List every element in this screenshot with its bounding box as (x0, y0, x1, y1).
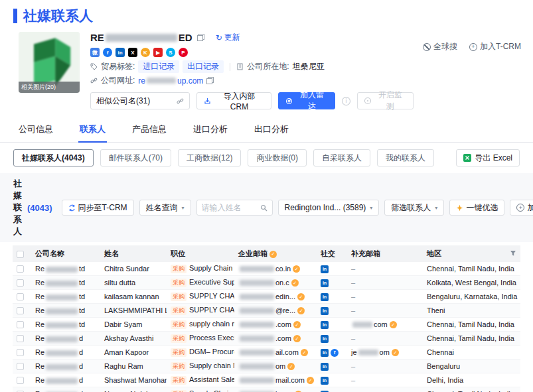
row-checkbox[interactable] (17, 307, 24, 314)
company-name-suffix: ED (179, 32, 192, 43)
pinterest-icon[interactable]: P (179, 48, 188, 57)
filter-contacts-dropdown[interactable]: 筛选联系人 ▾ (384, 200, 444, 216)
linkedin-icon[interactable]: in (321, 377, 329, 385)
contact-name-cell: Akshay Avasthi (100, 332, 167, 346)
join-tcrm-link[interactable]: + 加入T-CRM (469, 41, 521, 52)
select-all-checkbox[interactable] (17, 251, 24, 258)
sync-tcrm-label: 同步至T-CRM (78, 202, 127, 214)
linkedin-icon[interactable]: in (321, 363, 329, 371)
tab-products[interactable]: 产品信息 (131, 117, 168, 142)
company-cell: Retd (31, 304, 100, 318)
subtab-email-contacts[interactable]: 邮件联系人(70) (100, 149, 171, 166)
facebook-icon[interactable]: f (103, 48, 112, 57)
row-checkbox[interactable] (17, 349, 24, 356)
redacted-text (240, 350, 274, 356)
info-icon[interactable]: i (342, 97, 350, 105)
skype-icon[interactable]: S (166, 48, 175, 57)
subtab-self-collected[interactable]: 自采联系人 (313, 149, 370, 166)
weibo-icon[interactable]: 微 (90, 48, 100, 57)
subtab-commercial-data[interactable]: 商业数据(0) (248, 149, 307, 166)
linkedin-icon[interactable]: in (115, 48, 125, 57)
linkedin-icon[interactable]: in (321, 349, 329, 357)
update-link[interactable]: ↻ 更新 (216, 32, 240, 43)
import-record-link[interactable]: 进口记录 (138, 60, 179, 73)
copy-icon[interactable] (197, 34, 204, 41)
linkedin-icon[interactable]: in (321, 265, 329, 273)
verified-icon: ✓ (390, 321, 397, 328)
subtab-my-contacts[interactable]: 我的联系人 (377, 149, 434, 166)
x-icon[interactable]: X (128, 48, 137, 57)
position-cell: 采购Supply chain M... (167, 359, 234, 373)
company-cell: Red (31, 332, 100, 346)
empty-value: – (351, 265, 355, 273)
social-cell: inf (317, 346, 347, 359)
add-circle-icon: + (516, 204, 524, 212)
name-search-input[interactable] (202, 203, 258, 212)
website-suffix: up.com (177, 76, 203, 86)
subtab-social-contacts[interactable]: 社媒联系人(4043) (13, 149, 94, 166)
linkedin-icon[interactable]: in (321, 321, 329, 329)
website-row: 公司网址: reup.com (90, 75, 414, 86)
add-radar-button[interactable]: 加入雷达 (278, 92, 335, 109)
one-click-select-button[interactable]: 一键优选 (449, 200, 504, 216)
row-checkbox[interactable] (17, 363, 24, 370)
row-checkbox[interactable] (17, 321, 24, 328)
company-logo[interactable]: 相关图片(20) (19, 32, 80, 93)
position-cell: 采购Supply Chain Bi... (167, 262, 234, 276)
import-crm-button[interactable]: 导入内部CRM (196, 92, 271, 109)
col-name-label: 姓名 (104, 249, 119, 257)
website-link[interactable]: reup.com (138, 76, 203, 86)
trade-tags-row: 贸易标签: 进口记录 出口记录 公司所在地: 坦桑尼亚 (90, 60, 414, 73)
tab-contacts[interactable]: 联系人 (78, 117, 107, 143)
row-checkbox[interactable] (17, 377, 24, 384)
linkedin-icon[interactable]: in (321, 279, 329, 287)
contact-name-cell: Aman Kapoor (100, 346, 167, 359)
table-row: RedShashwat Manohar采购Assistant Sales ...… (13, 373, 520, 387)
company-cell: Red (31, 387, 100, 392)
company-cell: Red (31, 346, 100, 359)
redacted-text (46, 294, 78, 300)
col-alt-email: 补充邮箱 (347, 245, 423, 262)
linkedin-icon[interactable]: in (321, 293, 329, 301)
linkedin-icon[interactable]: in (321, 307, 329, 315)
linkedin-icon[interactable]: in (321, 335, 329, 343)
related-images-label[interactable]: 相关图片(20) (19, 82, 80, 93)
join-tcrm-label: 加入T-CRM (480, 41, 521, 52)
row-checkbox[interactable] (17, 279, 24, 287)
email-cell: edin...✓ (234, 290, 317, 304)
email-cell: .com✓ (234, 318, 317, 332)
add-my-contacts-button[interactable]: + 加入我的联系人 (510, 200, 533, 216)
col-region-label: 地区 (427, 249, 441, 257)
search-icon[interactable] (260, 204, 267, 212)
filter-funnel-icon[interactable] (510, 250, 516, 257)
redacted-text (240, 363, 274, 369)
company-filter-dropdown[interactable]: Redington Ind... (3589) ▾ (278, 200, 380, 216)
sync-tcrm-button[interactable]: 同步至T-CRM (62, 200, 134, 216)
row-checkbox[interactable] (17, 293, 24, 300)
kwai-icon[interactable]: K (141, 48, 150, 57)
export-record-link[interactable]: 出口记录 (183, 60, 224, 73)
similar-company-input[interactable]: 相似公司名(31) (90, 92, 190, 109)
import-icon (204, 98, 211, 105)
youtube-icon[interactable]: ▶ (153, 48, 163, 57)
global-search-link[interactable]: 全球搜 (423, 41, 457, 52)
location-value: 坦桑尼亚 (293, 61, 325, 72)
name-query-dropdown[interactable]: 姓名查询 ▾ (139, 200, 191, 216)
redacted-text (46, 364, 78, 370)
subtab-business-registry[interactable]: 工商数据(12) (178, 149, 241, 166)
row-checkbox[interactable] (17, 265, 24, 273)
region-cell: Bengaluru (423, 359, 520, 373)
position-cell: 采购Assistant Sales ... (167, 373, 234, 387)
copy-icon[interactable] (206, 77, 214, 84)
row-checkbox[interactable] (17, 335, 24, 342)
tab-import-analysis[interactable]: 进口分析 (192, 117, 229, 142)
region-cell: Kolkata, West Bengal, India (423, 276, 520, 290)
tab-export-analysis[interactable]: 出口分析 (253, 117, 290, 142)
facebook-icon[interactable]: f (331, 349, 339, 357)
alt-email-cell: – (347, 290, 423, 304)
export-excel-button[interactable]: 导出 Excel (456, 149, 520, 166)
region-cell: Chennai, Tamil Nadu, India (423, 387, 520, 392)
tab-company-info[interactable]: 公司信息 (17, 117, 54, 142)
col-region: 地区 (423, 245, 520, 262)
alt-email-cell: – (347, 387, 423, 392)
